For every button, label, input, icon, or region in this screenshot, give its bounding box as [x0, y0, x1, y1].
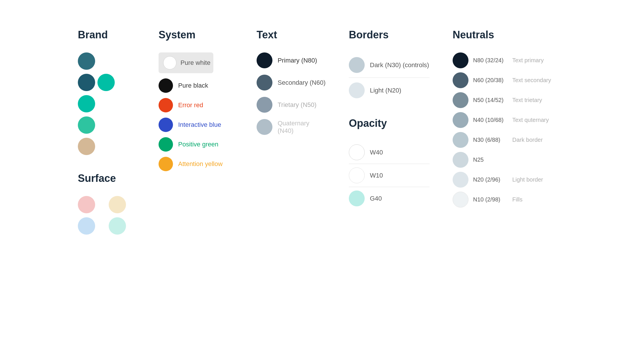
opacity-items: W40 W10 G40 — [349, 141, 430, 210]
borders-section: Borders Dark (N30) (controls) Light (N20… — [349, 29, 430, 103]
text-item-secondary: Secondary (N60) — [257, 75, 326, 90]
brand-colors — [78, 52, 135, 155]
page-container: Brand Surface — [78, 29, 562, 235]
border-label-dark: Dark (N30) (controls) — [370, 61, 429, 69]
brand-row-2 — [78, 74, 135, 91]
neutral-item-n80: N80 (32/24) Text primary — [453, 52, 562, 68]
opacity-circle-g40 — [349, 191, 365, 206]
neutral-desc-n40: Text quternary — [512, 117, 549, 123]
brand-row-5 — [78, 138, 135, 155]
brand-row-1 — [78, 52, 135, 70]
text-label-quaternary: Quaternary (N40) — [278, 120, 326, 135]
system-item-positive-green: Positive green — [159, 137, 234, 152]
brand-color-5 — [78, 138, 95, 155]
system-circle-interactive-blue — [159, 118, 173, 132]
surface-title: Surface — [78, 172, 135, 184]
text-label-secondary: Secondary (N60) — [278, 79, 325, 86]
neutral-code-n60: N60 (20/38) — [473, 77, 508, 84]
brand-row-4 — [78, 116, 135, 134]
brand-section: Brand Surface — [78, 29, 135, 235]
brand-color-2a — [78, 74, 95, 91]
text-circle-quaternary — [257, 119, 272, 135]
border-item-light: Light (N20) — [349, 78, 430, 103]
borders-opacity-wrapper: Borders Dark (N30) (controls) Light (N20… — [349, 29, 430, 210]
system-pure-white-box: Pure white — [159, 52, 213, 73]
neutral-item-n25: N25 — [453, 152, 562, 168]
system-circle-error-red — [159, 98, 173, 112]
brand-color-1 — [78, 52, 95, 70]
system-title: System — [159, 29, 234, 41]
system-label-positive-green: Positive green — [178, 141, 218, 148]
neutral-circle-n25 — [453, 152, 468, 168]
text-circle-primary — [257, 52, 272, 68]
surface-color-4 — [109, 217, 126, 235]
brand-color-4 — [78, 116, 95, 134]
brand-title: Brand — [78, 29, 135, 41]
neutral-item-n40: N40 (10/68) Text quternary — [453, 112, 562, 128]
border-item-dark: Dark (N30) (controls) — [349, 52, 430, 78]
neutral-circle-n10 — [453, 192, 468, 208]
opacity-label-w40: W40 — [370, 149, 383, 156]
text-circle-secondary — [257, 75, 272, 90]
neutral-code-n30: N30 (6/88) — [473, 137, 508, 143]
system-item-error-red: Error red — [159, 98, 234, 112]
system-items: Pure white Pure black Error red Interact… — [159, 52, 234, 171]
system-label-interactive-blue: Interactive blue — [178, 121, 221, 129]
neutral-circle-n50 — [453, 92, 468, 108]
neutral-circle-n20 — [453, 172, 468, 188]
system-label-error-red: Error red — [178, 101, 203, 109]
system-label-pure-black: Pure black — [178, 82, 208, 89]
text-label-primary: Primary (N80) — [278, 57, 317, 64]
neutral-item-n60: N60 (20/38) Text secondary — [453, 72, 562, 88]
surface-grid — [78, 196, 135, 235]
text-circle-trietary — [257, 97, 272, 113]
neutrals-section: Neutrals N80 (32/24) Text primary N60 (2… — [453, 29, 562, 208]
neutral-desc-n60: Text secondary — [512, 77, 551, 84]
opacity-section: Opacity W40 W10 G40 — [349, 117, 430, 210]
brand-row-3 — [78, 95, 135, 112]
system-item-attention-yellow: Attention yellow — [159, 157, 234, 171]
system-section: System Pure white Pure black Error red I… — [159, 29, 234, 171]
brand-color-3 — [78, 95, 95, 112]
opacity-item-w10: W10 — [349, 164, 430, 187]
opacity-item-w40: W40 — [349, 141, 430, 164]
neutral-item-n50: N50 (14/52) Text trietary — [453, 92, 562, 108]
neutral-circle-n60 — [453, 72, 468, 88]
opacity-item-g40: G40 — [349, 187, 430, 210]
borders-items: Dark (N30) (controls) Light (N20) — [349, 52, 430, 103]
system-circle-pure-black — [159, 78, 173, 93]
brand-color-2b — [97, 74, 115, 91]
neutral-code-n40: N40 (10/68) — [473, 117, 508, 123]
text-items: Primary (N80) Secondary (N60) Trietary (… — [257, 52, 326, 135]
neutral-code-n20: N20 (2/96) — [473, 176, 508, 183]
neutral-desc-n50: Text trietary — [512, 97, 542, 103]
border-label-light: Light (N20) — [370, 87, 401, 94]
text-item-primary: Primary (N80) — [257, 52, 326, 68]
surface-color-1 — [78, 196, 95, 213]
system-circle-attention-yellow — [159, 157, 173, 171]
border-circle-light — [349, 82, 365, 98]
borders-title: Borders — [349, 29, 430, 41]
text-title: Text — [257, 29, 326, 41]
opacity-title: Opacity — [349, 117, 430, 129]
border-circle-dark — [349, 57, 365, 73]
neutral-desc-n30: Dark border — [512, 137, 543, 143]
neutral-circle-n40 — [453, 112, 468, 128]
neutral-circle-n80 — [453, 52, 468, 68]
neutral-item-n10: N10 (2/98) Fills — [453, 192, 562, 208]
system-item-interactive-blue: Interactive blue — [159, 118, 234, 132]
text-item-quaternary: Quaternary (N40) — [257, 119, 326, 135]
surface-color-3 — [78, 217, 95, 235]
neutral-desc-n80: Text primary — [512, 57, 544, 64]
system-pure-white-circle — [163, 56, 176, 69]
system-circle-positive-green — [159, 137, 173, 152]
surface-section: Surface — [78, 172, 135, 235]
neutral-code-n25: N25 — [473, 156, 508, 163]
opacity-circle-w10 — [349, 167, 365, 183]
opacity-circle-w40 — [349, 144, 365, 160]
text-label-trietary: Trietary (N50) — [278, 101, 317, 109]
neutral-desc-n20: Light border — [512, 176, 543, 183]
neutral-item-n20: N20 (2/96) Light border — [453, 172, 562, 188]
neutral-item-n30: N30 (6/88) Dark border — [453, 132, 562, 148]
neutral-code-n10: N10 (2/98) — [473, 196, 508, 203]
